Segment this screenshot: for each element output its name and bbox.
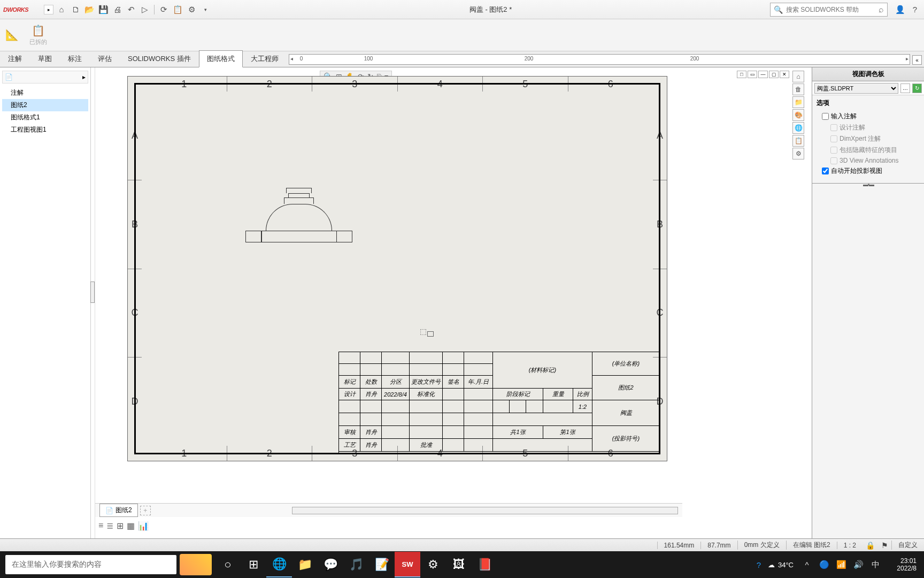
tb-explorer[interactable]: 📁 (292, 552, 318, 577)
undo-icon[interactable]: ↶ (125, 4, 137, 16)
tab-sketch[interactable]: 草图 (30, 50, 60, 67)
tb-wechat[interactable]: 💬 (318, 552, 343, 577)
tab-evaluate[interactable]: 评估 (90, 50, 120, 67)
splitter[interactable] (91, 67, 95, 538)
select-icon[interactable]: ▷ (139, 4, 151, 16)
tb-reader[interactable]: 📕 (472, 552, 497, 577)
tb-notes[interactable]: 📝 (369, 552, 395, 577)
cb-dimxpert-anno: DimXpert 注解 (817, 133, 920, 144)
horizontal-ruler: ◂ 0 100 200 200 ▸ (289, 54, 910, 65)
cb-import-anno[interactable]: 输入注解 (817, 111, 920, 122)
tab-engineer[interactable]: 大工程师 (243, 50, 287, 67)
taskpane-appear-icon[interactable]: 🎨 (792, 109, 804, 121)
tb-settings[interactable]: ⚙ (420, 552, 446, 577)
tb-tray-up[interactable]: ^ (799, 552, 815, 577)
dropdown-icon[interactable]: ▾ (199, 4, 211, 16)
tb-clock[interactable]: 23:012022/8 (884, 555, 921, 574)
win-tile-icon[interactable]: □ (737, 71, 746, 78)
tb-help-icon[interactable]: ? (751, 552, 767, 577)
drawing-view-1[interactable] (245, 173, 352, 242)
ribbon-item-1[interactable]: 📐 (5, 28, 19, 42)
tree-item-format1[interactable]: 图纸格式1 (2, 111, 88, 124)
print-icon[interactable]: 🖨 (111, 4, 123, 16)
rpanel-browse-btn[interactable]: … (900, 83, 910, 93)
tb-taskview[interactable]: ⊞ (241, 552, 266, 577)
tree-header[interactable]: 📄▸ (2, 71, 88, 83)
tree-item-view1[interactable]: 工程图视图1 (2, 124, 88, 136)
tab-addins[interactable]: SOLIDWORKS 插件 (120, 50, 199, 67)
collapse-panel-btn[interactable]: « (912, 55, 922, 65)
win-close-icon[interactable]: ✕ (780, 71, 789, 78)
taskpane-lib-icon[interactable]: 🗑 (792, 83, 804, 95)
help-search-box[interactable]: 🔍 ⌕ (770, 3, 888, 17)
tb-drawing-no: 图纸2 (592, 376, 660, 400)
cb-hidden-feat: 包括隐藏特征的项目 (817, 144, 920, 156)
drawing-canvas[interactable]: 🔍 ⊞ ✋ ⟳ ↻ ⎘ ▾ □ ▭ — ▢ ✕ ⌂ 🗑 📁 🎨 🌐 📋 ⚙ (95, 67, 812, 538)
tb-tray-sync[interactable]: 🔵 (816, 552, 832, 577)
windows-taskbar: 在这里输入你要搜索的内容 ○ ⊞ 🌐 📁 💬 🎵 📝 SW ⚙ 🖼 📕 ? ☁ … (0, 551, 924, 578)
win-cascade-icon[interactable]: ▭ (748, 71, 757, 78)
bi-4[interactable]: ▦ (127, 521, 135, 531)
open-icon[interactable]: 📂 (83, 4, 95, 16)
ribbon: 📐 📋已拆的 (0, 19, 924, 51)
win-min-icon[interactable]: — (758, 71, 768, 78)
tb-solidworks[interactable]: SW (395, 552, 420, 577)
tab-sheet-format[interactable]: 图纸格式 (199, 50, 243, 67)
add-sheet-btn[interactable]: + (140, 506, 151, 515)
tb-weather[interactable]: ☁ 34°C (768, 561, 794, 569)
tb-cortana[interactable]: ○ (215, 552, 241, 577)
status-flag-icon[interactable]: ⚑ (878, 541, 891, 550)
bi-2[interactable]: ≣ (106, 521, 113, 531)
tab-dimension[interactable]: 标注 (60, 50, 90, 67)
ribbon-item-2[interactable]: 📋已拆的 (29, 24, 47, 46)
win-max-icon[interactable]: ▢ (769, 71, 779, 78)
taskpane-home-icon[interactable]: ⌂ (792, 71, 804, 82)
status-scale[interactable]: 1 : 2 (837, 542, 863, 549)
taskpane-file-icon[interactable]: 📁 (792, 96, 804, 108)
tree-item-sheet2[interactable]: 图纸2 (2, 99, 88, 111)
taskpane-gear-icon[interactable]: ⚙ (792, 148, 804, 159)
rpanel-file-select[interactable]: 阀盖.SLDPRT (814, 83, 898, 94)
horizontal-scrollbar[interactable] (292, 507, 678, 514)
tb-music[interactable]: 🎵 (343, 552, 369, 577)
home-icon[interactable]: ⌂ (56, 4, 67, 16)
status-custom[interactable]: 自定义 (891, 541, 924, 550)
cb-auto-project[interactable]: 自动开始投影视图 (817, 165, 920, 177)
tb-material: (材料标记) (493, 352, 592, 389)
new-icon[interactable]: 🗋 (70, 4, 81, 16)
help-icon[interactable]: ? (909, 4, 921, 16)
graphics-window-controls: □ ▭ — ▢ ✕ (737, 71, 789, 78)
status-mode: 在编辑 图纸2 (786, 541, 837, 550)
tb-photos[interactable]: 🖼 (446, 552, 472, 577)
options-icon[interactable]: 📋 (172, 4, 183, 16)
tb-projection: (投影符号) (592, 426, 660, 452)
help-search-input[interactable] (786, 6, 875, 13)
taskpane-clip-icon[interactable]: 📋 (792, 135, 804, 147)
cb-design-anno: 设计注解 (817, 122, 920, 133)
rebuild-icon[interactable]: ⟳ (158, 4, 170, 16)
app-menu-btn[interactable]: ▸ (44, 5, 53, 14)
user-icon[interactable]: 👤 (894, 4, 906, 16)
bi-1[interactable]: ≡ (98, 521, 103, 531)
tab-annotation[interactable]: 注解 (0, 50, 30, 67)
sheet-tab-bar: 📄 图纸2 + (95, 503, 682, 517)
tb-edge[interactable]: 🌐 (266, 552, 292, 577)
tb-tray-vol[interactable]: 🔊 (850, 552, 866, 577)
bi-5[interactable]: 📊 (138, 521, 149, 531)
title-block[interactable]: (材料标记) (单位名称) 标记处数分区更改文件号签名年.月.日 图纸2 设计肖… (338, 352, 659, 453)
bi-3[interactable]: ⊞ (117, 521, 124, 531)
status-y: 87.7mm (700, 542, 737, 549)
save-icon[interactable]: 💾 (97, 4, 109, 16)
tree-item-anno[interactable]: 注解 (2, 87, 88, 99)
tb-tray-net[interactable]: 📶 (833, 552, 849, 577)
taskbar-widget[interactable] (180, 554, 212, 575)
taskbar-search[interactable]: 在这里输入你要搜索的内容 (5, 555, 176, 574)
status-lock-icon[interactable]: 🔒 (863, 541, 878, 550)
settings-icon[interactable]: ⚙ (186, 4, 197, 16)
rpanel-refresh-btn[interactable]: ↻ (912, 83, 922, 93)
rpanel-options-label: 选项 (817, 98, 920, 108)
tb-tray-ime[interactable]: 中 (867, 552, 883, 577)
taskpane-prop-icon[interactable]: 🌐 (792, 122, 804, 134)
sheet-tab-2[interactable]: 📄 图纸2 (99, 504, 138, 517)
search-go-icon[interactable]: ⌕ (879, 5, 884, 14)
